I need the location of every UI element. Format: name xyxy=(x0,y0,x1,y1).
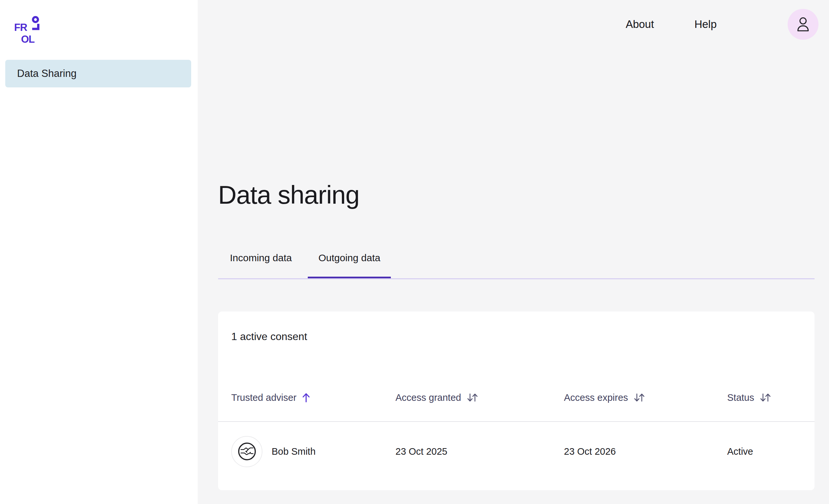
logo-letters-ol: OL xyxy=(21,34,35,44)
logo-letter-o xyxy=(33,17,38,22)
adviser-name: Bob Smith xyxy=(272,446,316,457)
consents-summary: 1 active consent xyxy=(231,330,307,343)
column-header-access-expires[interactable]: Access expires xyxy=(564,392,727,403)
logo-letter-l-rotated xyxy=(32,24,39,30)
handshake-icon xyxy=(237,441,257,462)
consents-card: 1 active consent Trusted adviser Access … xyxy=(218,312,815,490)
top-navigation: About Help xyxy=(626,0,829,49)
sidebar-nav: Data Sharing xyxy=(5,60,191,87)
table-header-separator xyxy=(218,421,815,422)
column-label: Status xyxy=(727,392,754,403)
tab-incoming-data[interactable]: Incoming data xyxy=(218,252,303,279)
nav-link-about[interactable]: About xyxy=(626,18,654,31)
main-content: About Help Data sharing Incoming data Ou… xyxy=(198,0,829,504)
column-header-trusted-adviser[interactable]: Trusted adviser xyxy=(231,392,395,403)
sort-arrows-up-down-icon xyxy=(759,392,771,403)
adviser-avatar xyxy=(231,436,262,467)
sort-arrow-up-icon xyxy=(302,392,311,403)
consent-table-row[interactable]: Bob Smith 23 Oct 2025 23 Oct 2026 Active xyxy=(231,436,801,467)
person-icon xyxy=(795,16,811,33)
profile-avatar-button[interactable] xyxy=(788,9,819,40)
column-label: Access granted xyxy=(395,392,461,403)
sort-arrows-up-down-icon xyxy=(633,392,645,403)
sort-arrows-up-down-icon xyxy=(466,392,478,403)
frollo-logo[interactable]: FR OL xyxy=(15,14,42,43)
nav-link-help[interactable]: Help xyxy=(694,18,717,31)
frollo-logo-icon: FR OL xyxy=(15,14,42,43)
table-header-row: Trusted adviser Access granted Access ex… xyxy=(231,392,801,403)
adviser-cell: Bob Smith xyxy=(231,436,395,467)
sidebar: FR OL Data Sharing xyxy=(0,0,198,504)
column-label: Access expires xyxy=(564,392,628,403)
sidebar-item-data-sharing[interactable]: Data Sharing xyxy=(5,60,191,87)
column-label: Trusted adviser xyxy=(231,392,297,403)
access-granted-cell: 23 Oct 2025 xyxy=(395,446,564,457)
sidebar-item-label: Data Sharing xyxy=(17,68,76,79)
tab-bar-divider xyxy=(218,278,815,279)
tab-bar: Incoming data Outgoing data xyxy=(218,252,815,279)
status-cell: Active xyxy=(727,446,801,457)
page-title: Data sharing xyxy=(218,180,359,210)
column-header-access-granted[interactable]: Access granted xyxy=(395,392,564,403)
access-expires-cell: 23 Oct 2026 xyxy=(564,446,727,457)
logo-letters-fr: FR xyxy=(15,22,27,33)
app-root: FR OL Data Sharing About Help xyxy=(0,0,829,504)
tab-outgoing-data[interactable]: Outgoing data xyxy=(308,252,391,279)
column-header-status[interactable]: Status xyxy=(727,392,801,403)
